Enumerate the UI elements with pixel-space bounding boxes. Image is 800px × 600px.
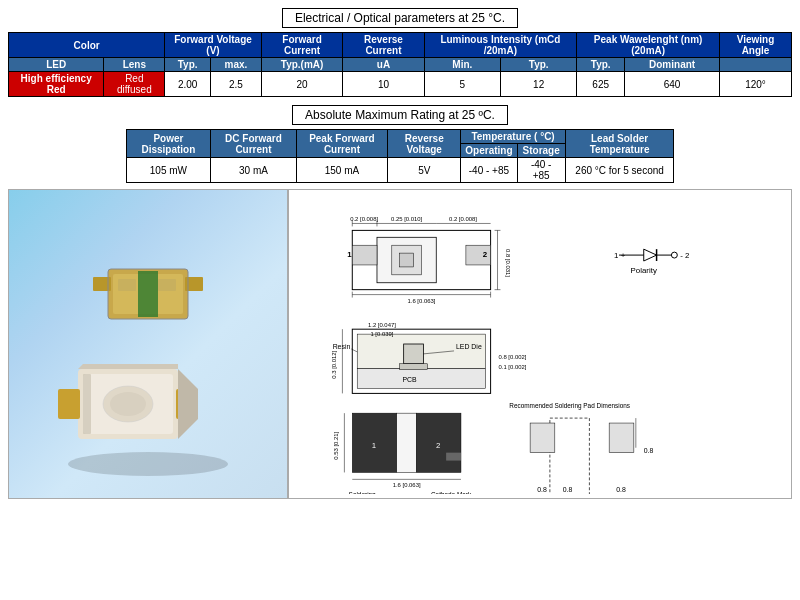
- svg-rect-7: [158, 279, 176, 291]
- svg-text:1.2 [0.047]: 1.2 [0.047]: [368, 322, 396, 328]
- abs-val-rev-v: 5V: [388, 158, 461, 183]
- col-fwd-current: Forward Current: [261, 33, 343, 58]
- svg-rect-11: [58, 389, 80, 419]
- subh-min: Min.: [424, 58, 501, 72]
- abs-subh-operating: Operating: [461, 144, 517, 158]
- svg-text:0.3 [0.012]: 0.3 [0.012]: [331, 350, 337, 378]
- cell-min-mcd: 5: [424, 72, 501, 97]
- cell-typ-ma: 20: [261, 72, 343, 97]
- svg-text:0.2 [0.008]: 0.2 [0.008]: [350, 216, 378, 222]
- svg-text:1: 1: [372, 441, 376, 450]
- led-image-svg: [28, 209, 268, 479]
- abs-col-dc-fwd: DC Forward Current: [211, 130, 297, 158]
- subh-angle: [720, 58, 792, 72]
- svg-text:2: 2: [436, 441, 440, 450]
- svg-text:0.2 [0.008]: 0.2 [0.008]: [449, 216, 477, 222]
- subh-ua: uA: [343, 58, 424, 72]
- svg-point-47: [671, 252, 677, 258]
- abs-col-power: Power Dissipation: [126, 130, 211, 158]
- abs-col-lead: Lead Solder Temperature: [565, 130, 674, 158]
- col-rev-current: Reverse Current: [343, 33, 424, 58]
- svg-rect-80: [550, 418, 590, 494]
- svg-marker-44: [644, 249, 657, 261]
- svg-text:0.25 [0.010]: 0.25 [0.010]: [391, 216, 423, 222]
- abs-max-table: Power Dissipation DC Forward Current Pea…: [126, 129, 675, 183]
- svg-text:PCB: PCB: [402, 376, 417, 383]
- subh-typ-ma: Typ.(mA): [261, 58, 343, 72]
- subh-led: LED: [9, 58, 104, 72]
- cell-angle: 120°: [720, 72, 792, 97]
- svg-text:- 2: - 2: [680, 251, 689, 260]
- svg-rect-82: [609, 423, 634, 453]
- svg-text:2: 2: [483, 250, 488, 259]
- abs-max-header: Absolute Maximum Rating at 25 ºC.: [292, 105, 508, 125]
- svg-text:1.6 [0.063]: 1.6 [0.063]: [393, 482, 421, 488]
- bottom-section: 0.2 [0.008] 0.25 [0.010] 0.2 [0.008] 1.6…: [8, 189, 792, 499]
- col-viewing-angle: Viewing Angle: [720, 33, 792, 58]
- col-color: Color: [9, 33, 165, 58]
- abs-val-storage: -40 - +85: [517, 158, 565, 183]
- abs-subh-storage: Storage: [517, 144, 565, 158]
- svg-text:1 +: 1 +: [614, 251, 626, 260]
- abs-col-peak-fwd: Peak Forward Current: [296, 130, 387, 158]
- svg-text:1.6 [0.063]: 1.6 [0.063]: [407, 298, 435, 304]
- abs-val-dc-fwd: 30 mA: [211, 158, 297, 183]
- cell-led: High efficiency Red: [9, 72, 104, 97]
- svg-rect-81: [530, 423, 555, 453]
- subh-max: max.: [211, 58, 262, 72]
- svg-text:1 [0.039]: 1 [0.039]: [370, 331, 393, 337]
- svg-rect-52: [357, 369, 485, 389]
- technical-diagram-svg: 0.2 [0.008] 0.25 [0.010] 0.2 [0.008] 1.6…: [293, 194, 787, 494]
- svg-text:0.8: 0.8: [563, 486, 573, 493]
- abs-val-peak-fwd: 150 mA: [296, 158, 387, 183]
- svg-rect-71: [446, 453, 461, 461]
- subh-dominant: Dominant: [625, 58, 720, 72]
- cell-typ-mcd: 12: [501, 72, 577, 97]
- abs-val-lead: 260 °C for 5 second: [565, 158, 674, 183]
- page-container: Electrical / Optical parameters at 25 °C…: [0, 0, 800, 600]
- cell-typ-nm: 625: [577, 72, 625, 97]
- subh-lens: Lens: [104, 58, 165, 72]
- svg-rect-15: [83, 374, 91, 434]
- cell-dom-nm: 640: [625, 72, 720, 97]
- cell-ua: 10: [343, 72, 424, 97]
- svg-text:1: 1: [347, 250, 352, 259]
- svg-text:0.8 [0.031]: 0.8 [0.031]: [505, 249, 511, 277]
- svg-point-14: [110, 392, 146, 416]
- svg-text:Resin: Resin: [333, 343, 351, 350]
- svg-text:0.8: 0.8: [644, 447, 654, 454]
- svg-rect-54: [404, 344, 424, 364]
- svg-text:LED Die: LED Die: [456, 343, 482, 350]
- svg-rect-2: [138, 271, 158, 317]
- col-luminous: Luminous Intensity (mCd /20mA): [424, 33, 577, 58]
- abs-val-power: 105 mW: [126, 158, 211, 183]
- abs-val-operating: -40 - +85: [461, 158, 517, 183]
- svg-text:Cathode Mark: Cathode Mark: [431, 491, 472, 494]
- svg-rect-22: [352, 245, 377, 265]
- diagram-panel: 0.2 [0.008] 0.25 [0.010] 0.2 [0.008] 1.6…: [288, 189, 792, 499]
- col-fwd-voltage: Forward Voltage (V): [165, 33, 262, 58]
- svg-rect-21: [400, 253, 414, 267]
- subh-typ3: Typ.: [577, 58, 625, 72]
- svg-text:0.8: 0.8: [537, 486, 547, 493]
- svg-text:0.8: 0.8: [616, 486, 626, 493]
- abs-col-temp: Temperature ( °C): [461, 130, 566, 144]
- cell-lens: Red diffused: [104, 72, 165, 97]
- svg-text:0.8 [0.002]: 0.8 [0.002]: [499, 354, 527, 360]
- cell-max-v: 2.5: [211, 72, 262, 97]
- abs-col-rev-v: Reverse Voltage: [388, 130, 461, 158]
- col-peak-wave: Peak Wawelenght (nm)(20mA): [577, 33, 720, 58]
- svg-text:Soldering: Soldering: [349, 491, 377, 494]
- svg-marker-17: [178, 369, 198, 439]
- led-photo-panel: [8, 189, 288, 499]
- electrical-header: Electrical / Optical parameters at 25 °C…: [282, 8, 518, 28]
- svg-rect-68: [397, 413, 417, 472]
- svg-text:0.1 [0.002]: 0.1 [0.002]: [499, 364, 527, 370]
- subh-typ2: Typ.: [501, 58, 577, 72]
- cell-typ-v: 2.00: [165, 72, 211, 97]
- svg-text:Polarity: Polarity: [631, 266, 657, 275]
- svg-rect-55: [400, 364, 428, 370]
- svg-point-8: [68, 452, 228, 476]
- svg-rect-6: [118, 279, 136, 291]
- subh-typ: Typ.: [165, 58, 211, 72]
